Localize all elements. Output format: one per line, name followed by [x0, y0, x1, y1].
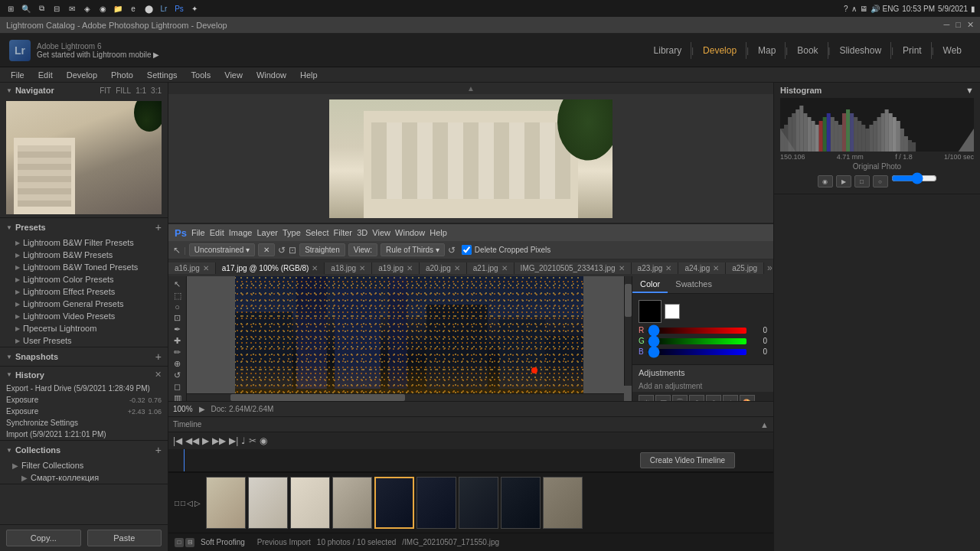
- menu-help[interactable]: Help: [294, 69, 324, 81]
- ps-tab-close-img[interactable]: ✕: [619, 264, 625, 272]
- menu-view[interactable]: View: [218, 69, 249, 81]
- menu-photo[interactable]: Photo: [105, 69, 139, 81]
- film-thumb-4[interactable]: [332, 477, 372, 529]
- nav-print[interactable]: Print: [893, 42, 932, 59]
- ps-reset-icon[interactable]: ↺: [448, 245, 456, 256]
- b-slider[interactable]: [648, 349, 746, 355]
- ps-tab-close-a21[interactable]: ✕: [501, 264, 508, 272]
- collection-filter[interactable]: ▶ Filter Collections: [0, 459, 168, 471]
- tl-settings-icon[interactable]: ◉: [260, 435, 267, 446]
- ps-scrollbar-v[interactable]: [624, 276, 632, 386]
- history-item-export[interactable]: Export - Hard Drive (5/9/2021 1:28:49 PM…: [0, 383, 168, 394]
- ps-tab-a17[interactable]: a17.jpg @ 100% (RGB/8) ✕: [216, 262, 325, 274]
- adj-curves-icon[interactable]: ⌒: [672, 395, 688, 401]
- bg-color-swatch[interactable]: [665, 304, 680, 319]
- menu-file[interactable]: File: [5, 69, 31, 81]
- ps-tool-crop-icon[interactable]: ⊡: [170, 313, 185, 323]
- ps-tab-a19[interactable]: a19.jpg ✕: [372, 262, 420, 274]
- menu-develop[interactable]: Develop: [60, 69, 103, 81]
- ps-rotate-icon[interactable]: ↺: [278, 245, 286, 256]
- ps-tab-close-a24[interactable]: ✕: [713, 264, 719, 272]
- ps-swatches-tab[interactable]: Swatches: [668, 276, 720, 293]
- tl-prev-frame-btn[interactable]: ◀◀: [185, 435, 199, 446]
- menu-window[interactable]: Window: [250, 69, 292, 81]
- ps-tab-close-a16[interactable]: ✕: [203, 264, 209, 272]
- ps-tool-clone-icon[interactable]: ⊕: [170, 359, 185, 369]
- adj-brightness-icon[interactable]: ☀: [639, 395, 654, 401]
- ps-color-tab[interactable]: Color: [632, 276, 668, 293]
- nav-book[interactable]: Book: [788, 42, 828, 59]
- strip-prev-btn[interactable]: ◁: [187, 499, 193, 507]
- film-thumb-9[interactable]: [543, 477, 583, 529]
- maximize-btn[interactable]: □: [956, 20, 961, 30]
- ps-tab-close-a18[interactable]: ✕: [359, 264, 365, 272]
- ps-tab-a25[interactable]: a25.jpg: [726, 262, 764, 274]
- preset-ru[interactable]: ▶ Пресеты Lightroom: [0, 322, 168, 334]
- ps-tabs-more[interactable]: »: [764, 262, 773, 273]
- search-icon[interactable]: 🔍: [20, 2, 32, 15]
- nav-slideshow[interactable]: Slideshow: [830, 42, 891, 59]
- ps-rule-thirds-btn[interactable]: Rule of Thirds ▾: [381, 243, 445, 256]
- presets-header[interactable]: ▼ Presets +: [0, 218, 168, 236]
- dropbox-icon[interactable]: ◈: [81, 2, 93, 15]
- create-timeline-button[interactable]: Create Video Timeline: [640, 452, 735, 468]
- tl-next-frame-btn[interactable]: ▶▶: [212, 435, 226, 446]
- ps-tab-close-a20[interactable]: ✕: [454, 264, 460, 272]
- nav-3to1-btn[interactable]: 3:1: [151, 86, 162, 95]
- chrome-icon[interactable]: ⬤: [142, 2, 155, 15]
- preset-user[interactable]: ▶ User Presets: [0, 334, 168, 347]
- ps-tab-a16[interactable]: a16.jpg ✕: [168, 262, 216, 274]
- media-icon[interactable]: ◉: [96, 2, 109, 15]
- ps-tool-erase-icon[interactable]: ◻: [170, 382, 185, 392]
- r-slider[interactable]: [648, 328, 746, 334]
- ps-scrollbar-h[interactable]: [187, 393, 624, 401]
- ps-tool-heal-icon[interactable]: ✚: [170, 336, 185, 346]
- preset-bw[interactable]: ▶ Lightroom B&W Presets: [0, 249, 168, 261]
- ps-tab-close-a17[interactable]: ✕: [312, 264, 318, 272]
- minimize-btn[interactable]: ─: [944, 20, 950, 30]
- file-icon[interactable]: 📁: [112, 2, 124, 15]
- collections-header[interactable]: ▼ Collections +: [0, 441, 168, 459]
- extra-icon[interactable]: ✦: [188, 2, 201, 15]
- tl-play-btn[interactable]: ▶: [202, 435, 209, 446]
- single-view-icon[interactable]: □: [175, 538, 184, 547]
- preset-effect[interactable]: ▶ Lightroom Effect Presets: [0, 285, 168, 298]
- hist-tool-1[interactable]: ◉: [818, 175, 833, 187]
- fg-color-swatch[interactable]: [639, 300, 662, 323]
- nav-1to1-btn[interactable]: 1:1: [136, 86, 146, 95]
- strip-view-btn2[interactable]: □: [181, 499, 185, 507]
- paste-button[interactable]: Paste: [87, 530, 162, 546]
- hist-tool-2[interactable]: ▶: [836, 175, 851, 187]
- ps-scrollbar-h-thumb[interactable]: [230, 394, 405, 401]
- preset-bw-filter[interactable]: ▶ Lightroom B&W Filter Presets: [0, 236, 168, 249]
- ps-tool-select-icon[interactable]: ⬚: [170, 291, 185, 301]
- ps-tool-gradient-icon[interactable]: ▥: [170, 393, 185, 401]
- hist-slider[interactable]: [891, 175, 937, 181]
- menu-tools[interactable]: Tools: [185, 69, 217, 81]
- lr-logo-line2[interactable]: Get started with Lightroom mobile ▶: [37, 51, 159, 59]
- menu-settings[interactable]: Settings: [141, 69, 184, 81]
- menu-edit[interactable]: Edit: [32, 69, 59, 81]
- nav-fit-btn[interactable]: FIT: [100, 86, 111, 95]
- history-item-exposure1[interactable]: Exposure -0.320.76: [0, 394, 168, 406]
- presets-add-btn[interactable]: +: [155, 221, 162, 233]
- preset-general[interactable]: ▶ Lightroom General Presets: [0, 298, 168, 310]
- lr-icon[interactable]: Lr: [158, 2, 170, 15]
- ps-unconstrained-select[interactable]: Unconstrained ▾: [189, 243, 255, 256]
- strip-next-btn[interactable]: ▷: [194, 499, 201, 507]
- timeline-expand-icon[interactable]: ▲: [760, 420, 769, 429]
- edge-icon[interactable]: e: [127, 2, 139, 15]
- mail-icon[interactable]: ✉: [66, 2, 78, 15]
- nav-develop[interactable]: Develop: [694, 42, 746, 59]
- adj-levels-icon[interactable]: ▥: [655, 395, 671, 401]
- strip-view-btn1[interactable]: □: [175, 499, 179, 507]
- ps-tool-move-icon[interactable]: ↖: [170, 279, 185, 289]
- close-btn[interactable]: ✕: [967, 20, 974, 30]
- ps-crop-icon[interactable]: ⊡: [289, 245, 296, 256]
- compare-view-icon[interactable]: ⊟: [185, 538, 194, 547]
- show-desktop[interactable]: ▮: [971, 5, 975, 13]
- adj-hue-icon[interactable]: ◐: [706, 395, 721, 401]
- task-view-icon[interactable]: ⧉: [35, 2, 47, 15]
- nav-web[interactable]: Web: [934, 42, 971, 59]
- histogram-menu-icon[interactable]: ▼: [965, 86, 974, 95]
